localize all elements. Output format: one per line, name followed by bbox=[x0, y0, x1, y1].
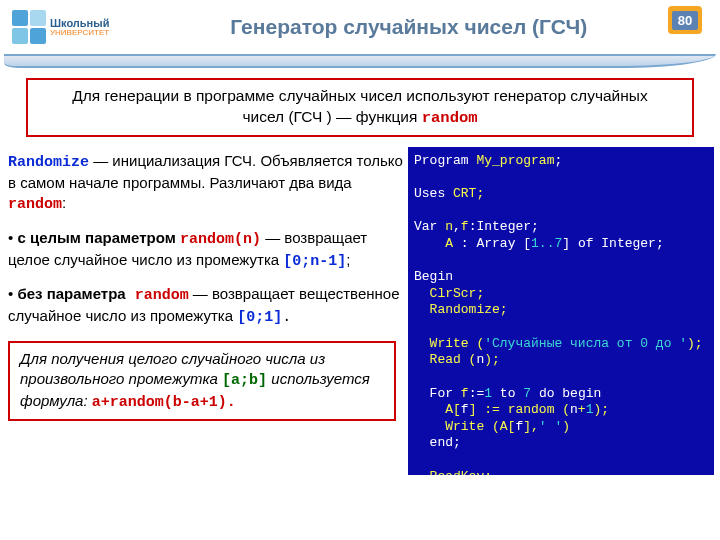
logo-icon bbox=[12, 10, 46, 44]
formula-expression: a+random(b-a+1) bbox=[92, 394, 227, 411]
kw-randomize: Randomize bbox=[8, 154, 89, 171]
range-0-1: [0;1] bbox=[237, 309, 282, 326]
paragraph-randomize: Randomize — инициализация ГСЧ. Объявляет… bbox=[8, 151, 403, 216]
intro-kw-random: random bbox=[422, 109, 478, 127]
intro-line-b-pre: чисел (ГСЧ ) — функция bbox=[242, 108, 421, 125]
page-number: 80 bbox=[672, 11, 698, 30]
kw-random-desc: random bbox=[8, 196, 62, 213]
kw-random-noparam: random bbox=[126, 287, 189, 304]
formula-range-ab: [a;b] bbox=[222, 372, 267, 389]
page-title: Генератор случайных чисел (ГСЧ) bbox=[109, 15, 708, 39]
range-0-n1: [0;n-1] bbox=[283, 253, 346, 270]
header-divider bbox=[4, 54, 716, 68]
logo-line1: Школьный bbox=[50, 17, 109, 29]
bullet-with-param: • с целым параметром random(n) — возвращ… bbox=[8, 228, 403, 273]
bullet-without-param: • без параметра random — возвращает веще… bbox=[8, 284, 403, 329]
intro-line-a: Для генерации в программе случайных чисе… bbox=[72, 87, 647, 104]
logo-text: Школьный УНИВЕРСИТЕТ bbox=[50, 17, 109, 38]
page-number-badge: 80 bbox=[668, 6, 702, 34]
kw-random-n: random(n) bbox=[180, 231, 261, 248]
logo-line2: УНИВЕРСИТЕТ bbox=[50, 29, 109, 38]
intro-box: Для генерации в программе случайных чисе… bbox=[26, 78, 694, 137]
code-panel: Program My_program; Uses CRT; Var n,f:In… bbox=[408, 147, 714, 475]
logo: Школьный УНИВЕРСИТЕТ bbox=[12, 10, 109, 44]
header: Школьный УНИВЕРСИТЕТ Генератор случайных… bbox=[0, 0, 720, 54]
content: Randomize — инициализация ГСЧ. Объявляет… bbox=[0, 147, 720, 422]
formula-box: Для получения целого случайного числа из… bbox=[8, 341, 396, 422]
left-column: Randomize — инициализация ГСЧ. Объявляет… bbox=[8, 151, 403, 422]
